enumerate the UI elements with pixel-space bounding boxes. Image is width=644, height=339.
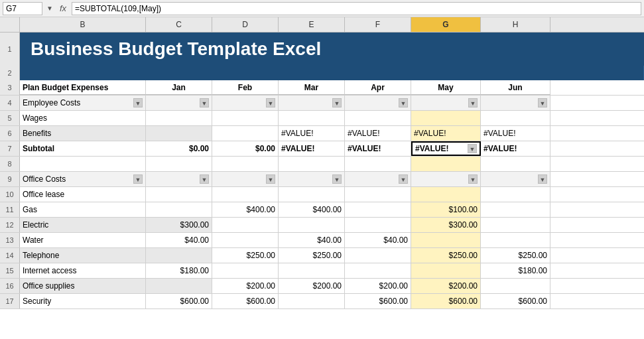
cell-b3[interactable]: Plan Budget Expenses [20, 80, 146, 95]
cell-g7[interactable]: #VALUE! ▼ [411, 141, 481, 156]
cell-d13[interactable] [212, 233, 279, 247]
cell-g11[interactable]: $100.00 [411, 202, 481, 217]
dropdown-b9[interactable]: ▼ [133, 174, 143, 184]
dropdown-e9[interactable]: ▼ [332, 174, 342, 184]
col-header-e[interactable]: E [279, 17, 345, 32]
col-header-h[interactable]: H [481, 17, 550, 32]
cell-g3[interactable]: May [411, 80, 481, 95]
cell-c10[interactable] [146, 187, 212, 202]
cell-e7[interactable]: #VALUE! [279, 141, 345, 156]
cell-f3[interactable]: Apr [345, 80, 411, 95]
cell-h9[interactable]: ▼ [481, 172, 550, 186]
cell-h8[interactable] [481, 157, 550, 171]
cell-b9[interactable]: Office Costs ▼ [20, 172, 146, 186]
cell-d14[interactable]: $250.00 [212, 248, 279, 263]
cell-d10[interactable] [212, 187, 279, 202]
cell-h17[interactable]: $600.00 [481, 294, 550, 308]
cell-b5[interactable]: Wages [20, 111, 146, 125]
cell-e10[interactable] [279, 187, 345, 202]
cell-d12[interactable] [212, 218, 279, 232]
cell-b8[interactable] [20, 157, 146, 171]
cell-e6[interactable]: #VALUE! [279, 126, 345, 141]
cell-f17[interactable]: $600.00 [345, 294, 411, 308]
cell-d5[interactable] [212, 111, 279, 125]
cell-c16[interactable] [146, 279, 212, 293]
cell-d4[interactable]: ▼ [212, 96, 279, 110]
cell-e3[interactable]: Mar [279, 80, 345, 95]
cell-b4[interactable]: Employee Costs ▼ [20, 96, 146, 110]
cell-f5[interactable] [345, 111, 411, 125]
col-header-d[interactable]: D [212, 17, 279, 32]
dropdown-c9[interactable]: ▼ [200, 174, 209, 184]
dropdown-h4[interactable]: ▼ [538, 98, 547, 107]
dropdown-f4[interactable]: ▼ [399, 98, 408, 107]
cell-g8[interactable] [411, 157, 481, 171]
cell-f12[interactable] [345, 218, 411, 232]
cell-d7[interactable]: $0.00 [212, 141, 279, 156]
cell-g16[interactable]: $200.00 [411, 279, 481, 293]
dropdown-f9[interactable]: ▼ [399, 174, 408, 184]
cell-h5[interactable] [481, 111, 550, 125]
cell-e5[interactable] [279, 111, 345, 125]
cell-e13[interactable]: $40.00 [279, 233, 345, 247]
cell-h16[interactable] [481, 279, 550, 293]
cell-b16[interactable]: Office supplies [20, 279, 146, 293]
cell-b6[interactable]: Benefits [20, 126, 146, 141]
cell-c13[interactable]: $40.00 [146, 233, 212, 247]
cell-e4[interactable]: ▼ [279, 96, 345, 110]
dropdown-g4[interactable]: ▼ [468, 98, 478, 107]
cell-f13[interactable]: $40.00 [345, 233, 411, 247]
cell-c15[interactable]: $180.00 [146, 263, 212, 278]
cell-d17[interactable]: $600.00 [212, 294, 279, 308]
cell-c5[interactable] [146, 111, 212, 125]
cell-h3[interactable]: Jun [481, 80, 550, 95]
cell-f6[interactable]: #VALUE! [345, 126, 411, 141]
cell-f7[interactable]: #VALUE! [345, 141, 411, 156]
cell-b7[interactable]: Subtotal [20, 141, 146, 156]
cell-h12[interactable] [481, 218, 550, 232]
cell-e11[interactable]: $400.00 [279, 202, 345, 217]
cell-g6[interactable]: #VALUE! [411, 126, 481, 141]
cell-h15[interactable]: $180.00 [481, 263, 550, 278]
cell-e15[interactable] [279, 263, 345, 278]
cell-f15[interactable] [345, 263, 411, 278]
cell-b14[interactable]: Telephone [20, 248, 146, 263]
cell-f16[interactable]: $200.00 [345, 279, 411, 293]
cell-c9[interactable]: ▼ [146, 172, 212, 186]
cell-d8[interactable] [212, 157, 279, 171]
cell-e16[interactable]: $200.00 [279, 279, 345, 293]
dropdown-h9[interactable]: ▼ [538, 174, 547, 184]
cell-d3[interactable]: Feb [212, 80, 279, 95]
cell-b17[interactable]: Security [20, 294, 146, 308]
cell-g12[interactable]: $300.00 [411, 218, 481, 232]
cell-b10[interactable]: Office lease [20, 187, 146, 202]
cell-c11[interactable] [146, 202, 212, 217]
dropdown-d4[interactable]: ▼ [266, 98, 275, 107]
dropdown-g7[interactable]: ▼ [468, 144, 477, 153]
cell-b11[interactable]: Gas [20, 202, 146, 217]
col-header-b[interactable]: B [20, 17, 146, 32]
cell-d9[interactable]: ▼ [212, 172, 279, 186]
dropdown-d9[interactable]: ▼ [266, 174, 275, 184]
cell-f8[interactable] [345, 157, 411, 171]
cell-b13[interactable]: Water [20, 233, 146, 247]
cell-f10[interactable] [345, 187, 411, 202]
cell-e12[interactable] [279, 218, 345, 232]
cell-e14[interactable]: $250.00 [279, 248, 345, 263]
cell-h13[interactable] [481, 233, 550, 247]
cell-h7[interactable]: #VALUE! [481, 141, 550, 156]
cell-h14[interactable]: $250.00 [481, 248, 550, 263]
cell-e17[interactable] [279, 294, 345, 308]
cell-g4[interactable]: ▼ [411, 96, 481, 110]
cell-g5[interactable] [411, 111, 481, 125]
cell-f11[interactable] [345, 202, 411, 217]
cell-h11[interactable] [481, 202, 550, 217]
cell-e8[interactable] [279, 157, 345, 171]
cell-c6[interactable] [146, 126, 212, 141]
cell-c17[interactable]: $600.00 [146, 294, 212, 308]
cell-c3[interactable]: Jan [146, 80, 212, 95]
cell-d11[interactable]: $400.00 [212, 202, 279, 217]
cell-g15[interactable] [411, 263, 481, 278]
cell-b12[interactable]: Electric [20, 218, 146, 232]
cell-g17[interactable]: $600.00 [411, 294, 481, 308]
